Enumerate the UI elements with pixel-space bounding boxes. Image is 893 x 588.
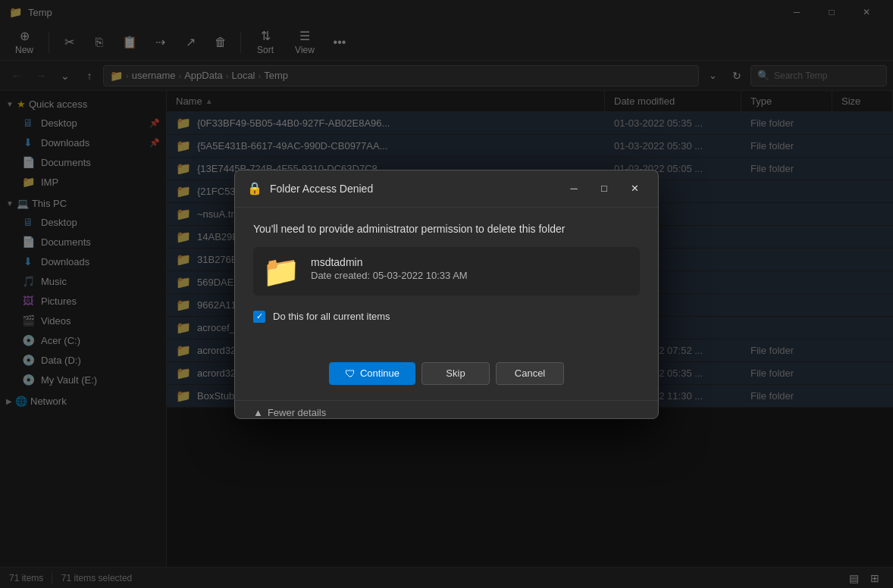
folder-date: Date created: 05-03-2022 10:33 AM xyxy=(311,270,468,281)
checkbox-label: Do this for all current items xyxy=(273,311,390,322)
modal-body: You'll need to provide administrator per… xyxy=(235,208,658,353)
big-folder-icon: 📁 xyxy=(262,256,300,286)
modal-maximize-button[interactable]: □ xyxy=(593,180,616,198)
all-items-checkbox[interactable]: ✓ xyxy=(253,311,265,323)
modal-message: You'll need to provide administrator per… xyxy=(253,223,640,235)
continue-label: Continue xyxy=(360,368,400,379)
fewer-details[interactable]: ▲ Fewer details xyxy=(235,400,658,418)
modal-close-button[interactable]: ✕ xyxy=(623,180,646,198)
modal-title-icon: 🔒 xyxy=(247,181,262,195)
cancel-button[interactable]: Cancel xyxy=(496,362,564,385)
modal-minimize-button[interactable]: ─ xyxy=(562,180,585,198)
modal-overlay: 🔒 Folder Access Denied ─ □ ✕ You'll need… xyxy=(0,0,893,588)
modal-header: 🔒 Folder Access Denied ─ □ ✕ xyxy=(235,170,658,208)
skip-label: Skip xyxy=(446,368,465,379)
folder-details: msdtadmin Date created: 05-03-2022 10:33… xyxy=(311,256,468,281)
modal-footer: 🛡 Continue Skip Cancel xyxy=(235,353,658,400)
folder-name: msdtadmin xyxy=(311,256,468,268)
fewer-details-label: Fewer details xyxy=(268,407,326,418)
fewer-details-chevron: ▲ xyxy=(253,407,263,418)
folder-access-denied-dialog: 🔒 Folder Access Denied ─ □ ✕ You'll need… xyxy=(234,170,659,419)
folder-info: 📁 msdtadmin Date created: 05-03-2022 10:… xyxy=(253,247,640,296)
modal-title: Folder Access Denied xyxy=(270,183,555,195)
continue-button[interactable]: 🛡 Continue xyxy=(329,362,415,385)
checkbox-row: ✓ Do this for all current items xyxy=(253,311,640,323)
continue-icon: 🛡 xyxy=(345,368,356,380)
skip-button[interactable]: Skip xyxy=(421,362,490,385)
cancel-label: Cancel xyxy=(515,368,545,379)
